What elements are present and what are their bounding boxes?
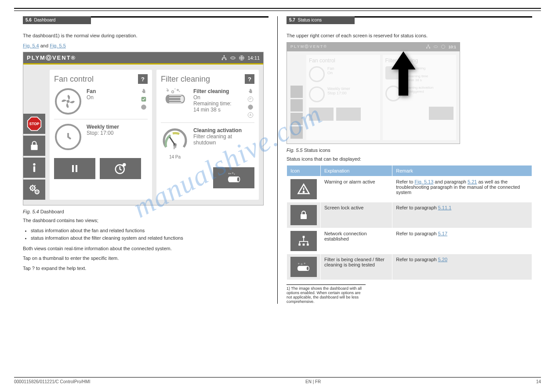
help-button[interactable]: ? [245,74,254,84]
svg-text:+: + [178,90,180,93]
svg-point-7 [33,163,35,165]
fc-on: On [193,94,242,101]
clock-mini-icon [141,104,147,110]
warning-icon [290,179,317,199]
ca-value1: Filter cleaning at [193,133,254,140]
pointer-arrow-icon [390,51,417,101]
row-remark: Refer to paragraph 5.17 [392,228,532,254]
svg-rect-48 [429,47,430,48]
clock-icon[interactable] [55,124,81,150]
section-bar: 5.6 Dashboard [23,16,91,24]
svg-point-12 [36,191,38,193]
svg-text:+: + [230,173,232,175]
cleaning-icon [230,55,236,61]
stop-button[interactable]: STOP [23,114,45,134]
fan-label: Fan [87,88,135,94]
filter-cleaning-panel: Filter cleaning ? + + + [156,70,259,200]
check-icon [141,96,147,102]
footer-doc: 0000115826/011221/C ControlPro/HMI [14,379,90,384]
clean-now-button[interactable]: + + [213,167,254,188]
row-remark: Refer to paragraph 5.11.1 [392,202,532,228]
svg-marker-51 [392,51,416,96]
lock-button[interactable] [23,136,45,156]
views-intro: The dashboard contains two views; [23,217,268,224]
svg-point-20 [124,164,125,165]
svg-point-49 [434,46,438,48]
svg-point-52 [303,191,305,193]
footer-page: 14 [536,379,541,384]
svg-point-40 [232,173,233,173]
svg-text:P: P [174,145,177,150]
svg-rect-53 [303,236,305,238]
pause-button[interactable] [54,158,95,179]
svg-text:STOP: STOP [29,122,40,126]
svg-point-13 [67,100,70,103]
gauge-value: 14 Pa [169,155,181,159]
a-badge-icon: A [247,112,254,118]
both-text: Both views contain real-time information… [23,245,268,252]
fig-caption-no-r: Fig. 5.5 [287,147,303,153]
fig-link-b[interactable]: Fig. 5.5 [50,43,66,48]
svg-rect-1 [222,59,223,60]
hand-icon [247,88,254,94]
filter-icon[interactable]: + + + [161,88,189,104]
svg-rect-46 [428,45,429,46]
lock-icon [290,205,317,225]
svg-rect-55 [303,244,305,246]
status-icons-figure: PLYMⓄVENT® 10:1 [287,42,460,144]
fan-icon[interactable] [55,88,81,115]
row-remark: Refer to paragraph 5.20 [392,254,532,280]
help-button[interactable]: ? [138,74,148,84]
row-explanation: Warning or alarm active [321,176,392,202]
svg-rect-47 [427,47,428,48]
timer-value: Stop: 17:00 [87,130,148,136]
timer-label: Weekly timer [87,124,148,130]
cleaning-row-icon [290,257,317,277]
svg-point-10 [32,187,33,189]
svg-rect-2 [225,59,226,60]
ca-value2: shutdown [193,140,254,146]
status-icons-table: Icon Explanation Remark Warning or alarm… [287,165,532,280]
svg-text:+: + [166,88,168,90]
timer-settings-button[interactable] [100,158,141,179]
tap1-text: Tap on a thumbnail to enter the specific… [23,255,268,262]
svg-text:+: + [234,173,235,175]
network-icon [221,55,227,61]
svg-rect-56 [307,244,309,246]
clock-mini-icon [247,104,254,110]
fc-remain: 14 min 38 s [193,107,242,113]
fig-link-a[interactable]: Fig. 5.4 [23,43,39,48]
fan-panel-title: Fan control [54,75,94,84]
svg-text:A: A [250,113,252,116]
svg-rect-54 [298,244,301,246]
section-bar: 5.7 Status icons [287,16,355,24]
svg-point-45 [237,177,239,182]
svg-text:P: P [250,97,251,101]
info-button[interactable] [23,158,45,178]
svg-text:+: + [174,88,176,90]
fan-status-icon [239,55,245,61]
row-remark: Refer to Fig. 5.13 and paragraph 5.21 as… [392,176,532,202]
brand-logo: PLYMⓄVENT® [27,54,76,62]
svg-point-30 [180,96,184,102]
hand-icon [141,88,147,94]
fan-control-panel: Fan control ? Fan On [50,70,152,200]
svg-point-50 [442,45,445,48]
filter-panel-title: Filter cleaning [161,75,210,84]
clock-time: 14:11 [247,55,260,61]
icons-intro: Status icons that can be displayed: [287,155,532,163]
gauge-icon[interactable]: P 14 Pa [161,127,189,159]
row-explanation: Filter is being cleaned / filter cleanin… [321,254,392,280]
p-badge-icon: P [247,96,254,102]
ca-label: Cleaning activation [193,127,254,133]
svg-point-57 [298,263,299,264]
svg-rect-0 [224,55,225,56]
fc-label: Filter cleaning [193,88,242,94]
settings-button[interactable] [23,180,45,200]
row-explanation: Network connection established [321,228,392,254]
fan-value: On [87,94,135,101]
fig-caption-r: Status icons [303,147,330,153]
network-icon [290,231,317,251]
fig-caption-no: Fig. 5.4 [23,209,39,214]
svg-rect-16 [72,165,74,172]
